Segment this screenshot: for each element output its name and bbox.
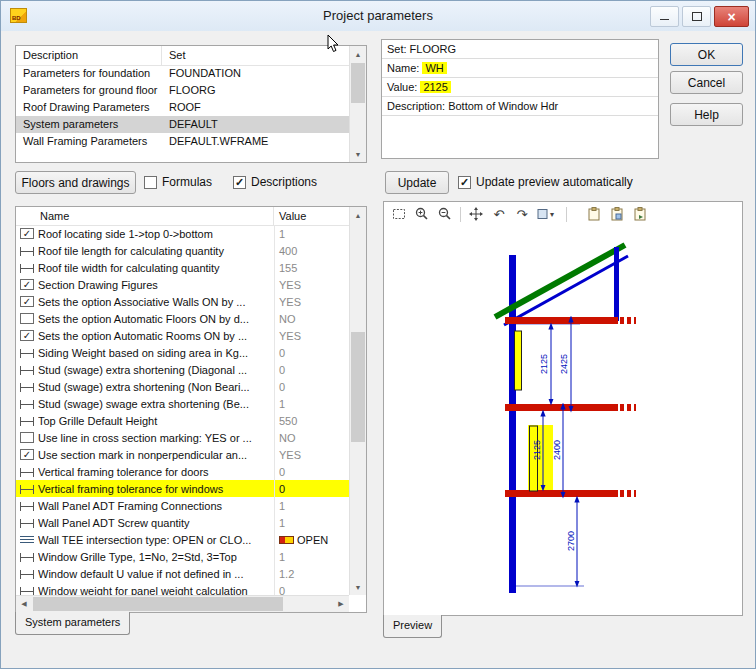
param-value[interactable]: NO: [274, 429, 349, 446]
param-row[interactable]: Stud (swage) extra shortening (Non Beari…: [16, 378, 349, 395]
set-row[interactable]: Parameters for foundation FOUNDATION: [16, 65, 349, 82]
set-row[interactable]: Roof Drawing Parameters ROOF: [16, 99, 349, 116]
param-value[interactable]: 0: [274, 582, 349, 595]
param-row[interactable]: ✓ Use section mark in nonperpendicular a…: [16, 446, 349, 463]
cancel-button[interactable]: Cancel: [670, 71, 743, 94]
param-value[interactable]: 0: [274, 378, 349, 395]
update-preview-checkbox[interactable]: ✓ Update preview automatically: [458, 175, 633, 189]
paste-icon-3[interactable]: [630, 204, 650, 224]
help-button[interactable]: Help: [670, 103, 743, 126]
tab-preview[interactable]: Preview: [383, 615, 442, 638]
close-button[interactable]: ×: [714, 6, 749, 27]
rotate-right-icon[interactable]: ↷: [512, 204, 532, 224]
param-row[interactable]: Wall Panel ADT Screw quantity 1: [16, 514, 349, 531]
checkbox-icon[interactable]: ✓: [458, 176, 471, 189]
view-select-icon[interactable]: ▾: [535, 204, 561, 224]
param-row[interactable]: Sets the option Automatic Floors ON by d…: [16, 310, 349, 327]
descriptions-checkbox[interactable]: ✓ Descriptions: [233, 175, 317, 189]
param-row[interactable]: Vertical framing tolerance for doors 0: [16, 463, 349, 480]
param-row[interactable]: Use line in cross section marking: YES o…: [16, 429, 349, 446]
minimize-button[interactable]: [650, 6, 679, 27]
set-row[interactable]: System parameters DEFAULT: [16, 116, 349, 133]
param-row[interactable]: Window weight for panel weight calculati…: [16, 582, 349, 595]
param-row[interactable]: Stud (swage) swage extra shortening (Be.…: [16, 395, 349, 412]
param-value[interactable]: 0: [274, 463, 349, 480]
param-value[interactable]: NO: [274, 310, 349, 327]
param-row[interactable]: Stud (swage) extra shortening (Diagonal …: [16, 361, 349, 378]
param-value[interactable]: 0: [274, 361, 349, 378]
checkbox-icon[interactable]: ✓: [233, 176, 246, 189]
set-row[interactable]: Wall Framing Parameters DEFAULT.WFRAME: [16, 133, 349, 150]
param-value[interactable]: 1.2: [274, 565, 349, 582]
sets-col-description[interactable]: Description: [16, 46, 162, 65]
preview-toolbar: ↶ ↷ ▾: [384, 202, 742, 226]
sets-vertical-scrollbar[interactable]: ▲ ▼: [349, 46, 366, 162]
param-value[interactable]: 550: [274, 412, 349, 429]
params-scrollbar-thumb[interactable]: [351, 332, 365, 442]
scroll-left-icon[interactable]: ◀: [16, 596, 32, 612]
param-value[interactable]: 0: [274, 480, 349, 497]
scroll-up-icon[interactable]: ▲: [350, 207, 366, 223]
scroll-up-icon[interactable]: ▲: [350, 46, 366, 62]
params-horizontal-scrollbar[interactable]: ◀ ▶: [16, 595, 349, 612]
param-value[interactable]: 0: [274, 344, 349, 361]
param-row[interactable]: ✓ Roof locating side 1->top 0->bottom 1: [16, 225, 349, 242]
detail-name-field[interactable]: Name:WH: [382, 59, 658, 78]
params-col-name[interactable]: Name: [16, 207, 274, 225]
zoom-window-icon[interactable]: [389, 204, 409, 224]
params-hscrollbar-thumb[interactable]: [33, 597, 283, 611]
scroll-down-icon[interactable]: ▼: [350, 579, 366, 595]
scroll-down-icon[interactable]: ▼: [350, 146, 366, 162]
param-value[interactable]: YES: [274, 446, 349, 463]
update-button[interactable]: Update: [385, 171, 449, 194]
detail-value-value[interactable]: 2125: [420, 81, 450, 93]
param-row[interactable]: ✓ Section Drawing Figures YES: [16, 276, 349, 293]
section-drawing-canvas[interactable]: 2125 2425 2125 2400 2700: [384, 226, 742, 615]
param-value[interactable]: YES: [274, 327, 349, 344]
param-row[interactable]: Window Grille Type, 1=No, 2=Std, 3=Top 1: [16, 548, 349, 565]
param-value[interactable]: OPEN: [274, 531, 349, 548]
zoom-out-icon[interactable]: [435, 204, 455, 224]
param-value[interactable]: YES: [274, 276, 349, 293]
param-value[interactable]: 1: [274, 548, 349, 565]
param-row[interactable]: Roof tile length for calculating quantit…: [16, 242, 349, 259]
param-value[interactable]: YES: [274, 293, 349, 310]
param-row[interactable]: ✓ Sets the option Associative Walls ON b…: [16, 293, 349, 310]
ok-button[interactable]: OK: [670, 43, 743, 66]
paste-icon-2[interactable]: [607, 204, 627, 224]
checkbox-icon[interactable]: [144, 176, 157, 189]
param-value[interactable]: 400: [274, 242, 349, 259]
zoom-in-icon[interactable]: [412, 204, 432, 224]
sets-col-set[interactable]: Set: [162, 46, 366, 65]
param-row[interactable]: ✓ Sets the option Automatic Rooms ON by …: [16, 327, 349, 344]
detail-name-value[interactable]: WH: [422, 62, 446, 74]
param-row[interactable]: Wall TEE intersection type: OPEN or CLO.…: [16, 531, 349, 548]
tab-system-parameters[interactable]: System parameters: [15, 612, 130, 635]
sets-scrollbar-thumb[interactable]: [351, 63, 365, 103]
paste-icon-1[interactable]: [584, 204, 604, 224]
params-vertical-scrollbar[interactable]: ▲ ▼: [349, 207, 366, 595]
scroll-right-icon[interactable]: ▶: [333, 596, 349, 612]
formulas-checkbox[interactable]: Formulas: [144, 175, 212, 189]
param-value[interactable]: 155: [274, 259, 349, 276]
param-type-icon: ✓: [20, 330, 34, 341]
floors-and-drawings-button[interactable]: Floors and drawings: [15, 171, 136, 194]
param-type-icon: [20, 417, 34, 426]
detail-value-field[interactable]: Value:2125: [382, 78, 658, 97]
param-value[interactable]: 1: [274, 225, 349, 242]
param-row[interactable]: Top Grille Default Height 550: [16, 412, 349, 429]
param-row[interactable]: Vertical framing tolerance for windows 0: [16, 480, 349, 497]
param-type-icon: [20, 502, 34, 511]
titlebar[interactable]: BD Project parameters ×: [1, 1, 755, 31]
rotate-left-icon[interactable]: ↶: [489, 204, 509, 224]
set-row[interactable]: Parameters for ground floor FLOORG: [16, 82, 349, 99]
param-row[interactable]: Siding Weight based on siding area in Kg…: [16, 344, 349, 361]
param-value[interactable]: 1: [274, 497, 349, 514]
param-row[interactable]: Wall Panel ADT Framing Connections 1: [16, 497, 349, 514]
param-value[interactable]: 1: [274, 514, 349, 531]
param-row[interactable]: Roof tile width for calculating quantity…: [16, 259, 349, 276]
param-value[interactable]: 1: [274, 395, 349, 412]
param-row[interactable]: Window default U value if not defined in…: [16, 565, 349, 582]
maximize-button[interactable]: [682, 6, 711, 27]
pan-icon[interactable]: [466, 204, 486, 224]
